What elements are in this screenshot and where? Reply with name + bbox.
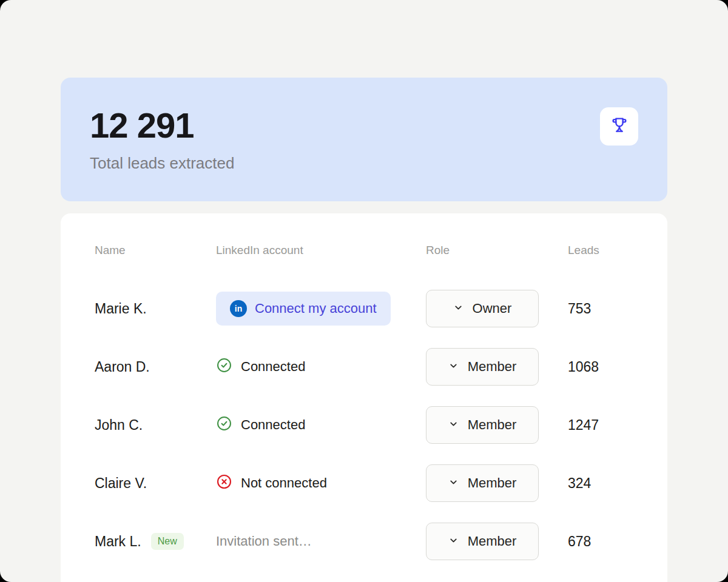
member-name: Claire V. (95, 475, 216, 492)
column-header-leads: Leads (568, 244, 633, 257)
column-header-name: Name (95, 244, 216, 257)
role-dropdown[interactable]: Member (426, 406, 539, 444)
chevron-down-icon (453, 303, 463, 315)
linkedin-account-cell: Connected (216, 415, 426, 435)
linkedin-account-cell: Not connected (216, 473, 426, 493)
connected-status-label: Connected (241, 417, 305, 433)
connect-my-account-label: Connect my account (255, 301, 377, 316)
invitation-sent-label: Invitation sent… (216, 534, 312, 549)
role-cell: Member (426, 348, 568, 386)
trophy-button[interactable] (600, 107, 638, 146)
role-cell: Member (426, 406, 568, 444)
role-value: Member (468, 475, 517, 491)
member-name-text: Mark L. (95, 534, 141, 550)
connected-status: Connected (216, 415, 305, 435)
role-dropdown[interactable]: Owner (426, 290, 539, 327)
check-circle-icon (216, 357, 232, 377)
linkedin-account-cell: Invitation sent… (216, 534, 426, 549)
chevron-down-icon (448, 419, 459, 431)
leads-count: 324 (568, 475, 633, 492)
table-row: Claire V. Not connected Member 32 (95, 454, 633, 512)
table-row: John C. Connected Member 1247 (95, 396, 633, 454)
total-leads-label: Total leads extracted (90, 154, 234, 173)
role-value: Member (468, 417, 517, 433)
total-leads-card: 12 291 Total leads extracted (61, 78, 667, 201)
member-name: Aaron D. (95, 359, 216, 375)
total-leads-text: 12 291 Total leads extracted (90, 107, 234, 173)
leads-count: 1247 (568, 417, 633, 433)
role-cell: Member (426, 523, 568, 560)
role-value: Member (468, 534, 517, 549)
x-circle-icon (216, 473, 232, 493)
check-circle-icon (216, 415, 232, 435)
linkedin-account-cell: in Connect my account (216, 292, 426, 326)
member-name-text: Marie K. (95, 301, 147, 317)
role-value: Owner (473, 301, 512, 316)
chevron-down-icon (448, 361, 459, 373)
linkedin-icon: in (230, 300, 247, 317)
table-header-row: Name LinkedIn account Role Leads (95, 242, 633, 258)
role-dropdown[interactable]: Member (426, 348, 539, 386)
new-badge: New (151, 533, 184, 550)
team-table-card: Name LinkedIn account Role Leads Marie K… (61, 213, 667, 582)
total-leads-value: 12 291 (90, 107, 234, 144)
member-name: John C. (95, 417, 216, 433)
app-canvas: 12 291 Total leads extracted Name Linked… (0, 0, 728, 582)
invitation-sent-status: Invitation sent… (216, 534, 312, 549)
role-cell: Member (426, 464, 568, 502)
leads-count: 1068 (568, 359, 633, 375)
table-row: Mark L. New Invitation sent… Member 678 (95, 512, 633, 570)
chevron-down-icon (448, 477, 459, 489)
column-header-role: Role (426, 244, 568, 257)
trophy-icon (609, 115, 630, 138)
member-name-text: Claire V. (95, 475, 147, 492)
leads-count: 678 (568, 534, 633, 550)
connected-status-label: Connected (241, 359, 305, 375)
role-dropdown[interactable]: Member (426, 464, 539, 502)
table-row: Aaron D. Connected Member 1068 (95, 338, 633, 396)
role-dropdown[interactable]: Member (426, 523, 539, 560)
member-name: Mark L. New (95, 533, 216, 550)
leads-count: 753 (568, 301, 633, 317)
member-name: Marie K. (95, 301, 216, 317)
role-cell: Owner (426, 290, 568, 327)
column-header-linkedin-account: LinkedIn account (216, 244, 426, 257)
linkedin-account-cell: Connected (216, 357, 426, 377)
table-row: Marie K. in Connect my account Owner 753 (95, 279, 633, 338)
connect-my-account-button[interactable]: in Connect my account (216, 292, 391, 326)
not-connected-status-label: Not connected (241, 475, 327, 491)
connected-status: Connected (216, 357, 305, 377)
role-value: Member (468, 359, 517, 375)
member-name-text: John C. (95, 417, 143, 433)
not-connected-status: Not connected (216, 473, 327, 493)
member-name-text: Aaron D. (95, 359, 150, 375)
chevron-down-icon (448, 535, 459, 547)
